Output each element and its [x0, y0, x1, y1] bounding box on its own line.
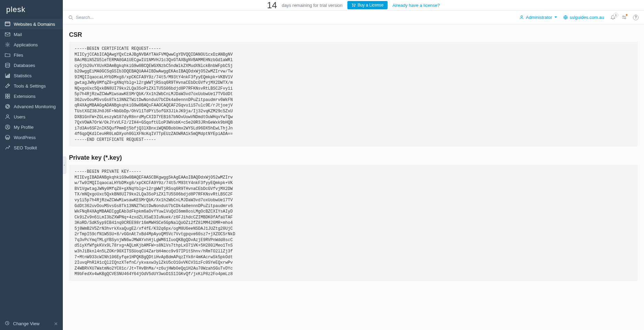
- sidebar-item-profile[interactable]: My Profile: [0, 122, 63, 132]
- sidebar-item-label: Statistics: [14, 73, 32, 78]
- sidebar-item-databases[interactable]: Databases: [0, 60, 63, 70]
- sidebar-item-label: Files: [14, 53, 23, 58]
- websites-icon: [5, 21, 10, 27]
- trial-bar: 14 days remaining for trial version Buy …: [63, 0, 644, 11]
- already-license-link[interactable]: Already have a license?: [392, 3, 440, 8]
- sidebar-item-label: Advanced Monitoring: [14, 104, 56, 109]
- update-dot: [625, 14, 628, 16]
- domain-link[interactable]: sslguides.com.au: [563, 15, 604, 20]
- sidebar-item-monitoring[interactable]: Advanced Monitoring: [0, 101, 63, 112]
- svg-rect-2: [5, 33, 10, 36]
- svg-point-24: [623, 16, 624, 17]
- sidebar-item-applications[interactable]: Applications: [0, 39, 63, 50]
- monitoring-icon: [5, 104, 10, 109]
- search-icon: [68, 15, 73, 20]
- updates-button[interactable]: [622, 15, 627, 20]
- sidebar-item-label: Users: [14, 114, 25, 120]
- svg-point-16: [7, 126, 8, 127]
- svg-rect-9: [8, 94, 10, 96]
- sidebar-item-tools[interactable]: Tools & Settings: [0, 81, 63, 91]
- sidebar-item-label: Mail: [14, 32, 22, 37]
- change-view-icon: [5, 321, 10, 327]
- profile-icon: [5, 124, 10, 130]
- svg-point-13: [7, 105, 9, 107]
- svg-point-19: [353, 6, 353, 7]
- search-wrap: [68, 15, 515, 20]
- logo: plesk: [0, 0, 63, 19]
- svg-point-21: [69, 15, 72, 19]
- sidebar-item-websites[interactable]: Websites & Domains: [0, 19, 63, 29]
- svg-point-25: [624, 18, 626, 19]
- wordpress-icon: [5, 135, 10, 140]
- csr-block: -----BEGIN CERTIFICATE REQUEST----- MIIC…: [69, 42, 638, 147]
- admin-menu[interactable]: Administrator: [519, 15, 557, 20]
- help-icon: ?: [633, 15, 639, 20]
- sidebar-item-statistics[interactable]: Statistics: [0, 70, 63, 81]
- database-icon: [5, 62, 10, 68]
- csr-heading: CSR: [69, 31, 638, 38]
- svg-rect-7: [9, 74, 10, 78]
- sidebar-item-label: Websites & Domains: [14, 22, 55, 27]
- svg-point-20: [354, 6, 355, 7]
- sidebar-item-label: Tools & Settings: [14, 83, 46, 89]
- trial-text: days remaining for trial version: [282, 3, 343, 8]
- domain-label: sslguides.com.au: [570, 15, 604, 20]
- globe-icon: [563, 15, 568, 20]
- sidebar-item-label: Databases: [14, 63, 35, 68]
- buy-license-button[interactable]: Buy a License: [347, 1, 388, 9]
- svg-rect-11: [8, 96, 10, 98]
- wrench-icon: [5, 83, 10, 89]
- sidebar-item-label: SEO Toolkit: [14, 145, 37, 150]
- seo-icon: [5, 145, 10, 150]
- notifications-button[interactable]: 1: [610, 15, 616, 20]
- sidebar-item-label: Extensions: [14, 94, 36, 99]
- svg-point-4: [5, 63, 10, 65]
- sidebar-item-users[interactable]: Users: [0, 112, 63, 122]
- users-icon: [5, 114, 10, 120]
- user-icon: [519, 15, 524, 20]
- sidebar-item-seo[interactable]: SEO Toolkit: [0, 143, 63, 153]
- search-input[interactable]: [76, 15, 179, 20]
- content: CSR -----BEGIN CERTIFICATE REQUEST----- …: [63, 24, 644, 330]
- notif-badge: 1: [613, 13, 618, 18]
- svg-point-14: [7, 115, 9, 117]
- logo-text: plesk: [6, 5, 25, 14]
- sidebar-item-wordpress[interactable]: WordPress: [0, 132, 63, 143]
- trial-days: 14: [267, 1, 277, 10]
- help-button[interactable]: ?: [633, 15, 639, 20]
- change-view-link[interactable]: Change View: [13, 321, 39, 326]
- svg-rect-0: [5, 22, 10, 26]
- sidebar-item-files[interactable]: Files: [0, 50, 63, 60]
- svg-rect-6: [8, 75, 8, 78]
- sidebar-item-extensions[interactable]: Extensions: [0, 91, 63, 101]
- folder-icon: [5, 52, 10, 58]
- admin-label: Administrator: [526, 15, 552, 20]
- svg-point-3: [7, 44, 9, 46]
- private-key-heading: Private key (*.key): [69, 154, 638, 161]
- chevron-down-icon: [554, 16, 557, 18]
- close-icon[interactable]: ✕: [54, 321, 58, 327]
- cart-icon: [352, 3, 356, 7]
- sidebar-collapse-handle[interactable]: ‹: [63, 157, 66, 174]
- sidebar-item-label: WordPress: [14, 135, 36, 140]
- private-key-block: -----BEGIN PRIVATE KEY----- MIIEvgIBADAN…: [69, 165, 638, 281]
- svg-rect-5: [6, 76, 7, 78]
- sidebar-nav: Websites & Domains Mail Applications Fil…: [0, 19, 63, 317]
- extensions-icon: [5, 93, 10, 99]
- main: 14 days remaining for trial version Buy …: [63, 0, 644, 330]
- buy-license-label: Buy a License: [358, 3, 383, 8]
- gear-icon: [5, 42, 10, 47]
- sidebar-item-label: Applications: [14, 42, 38, 47]
- svg-rect-8: [5, 94, 7, 96]
- svg-point-12: [5, 104, 10, 109]
- sidebar-footer: Change View ✕: [0, 317, 63, 330]
- sidebar-item-mail[interactable]: Mail: [0, 29, 63, 39]
- mail-icon: [5, 32, 10, 37]
- svg-point-22: [521, 16, 522, 18]
- sidebar-item-label: My Profile: [14, 125, 34, 130]
- sidebar: plesk Websites & Domains Mail Applicatio…: [0, 0, 63, 330]
- stats-icon: [5, 73, 10, 78]
- top-bar: Administrator sslguides.com.au 1 ?: [63, 11, 644, 24]
- svg-rect-10: [5, 96, 7, 98]
